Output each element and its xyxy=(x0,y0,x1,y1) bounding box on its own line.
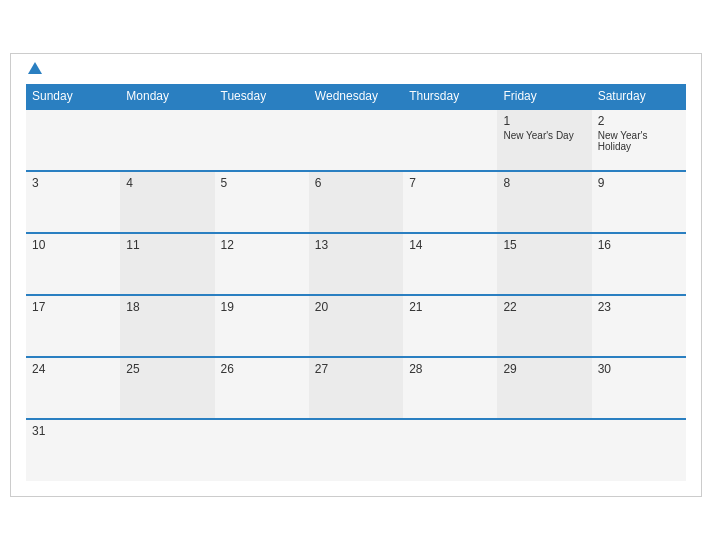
day-number: 10 xyxy=(32,238,114,252)
day-number: 16 xyxy=(598,238,680,252)
calendar-day-cell: 9 xyxy=(592,171,686,233)
calendar-week-row: 31 xyxy=(26,419,686,481)
day-number: 15 xyxy=(503,238,585,252)
calendar-day-cell: 26 xyxy=(215,357,309,419)
calendar-week-row: 3456789 xyxy=(26,171,686,233)
calendar-day-cell xyxy=(309,109,403,171)
day-number: 24 xyxy=(32,362,114,376)
calendar-day-cell: 2New Year's Holiday xyxy=(592,109,686,171)
calendar-day-cell: 1New Year's Day xyxy=(497,109,591,171)
calendar-day-cell xyxy=(215,109,309,171)
calendar-day-cell: 20 xyxy=(309,295,403,357)
day-number: 4 xyxy=(126,176,208,190)
weekday-header-thursday: Thursday xyxy=(403,84,497,109)
calendar-day-cell: 17 xyxy=(26,295,120,357)
calendar-day-cell xyxy=(120,109,214,171)
calendar-day-cell: 31 xyxy=(26,419,120,481)
day-number: 29 xyxy=(503,362,585,376)
day-number: 3 xyxy=(32,176,114,190)
day-number: 21 xyxy=(409,300,491,314)
weekday-header-friday: Friday xyxy=(497,84,591,109)
day-number: 18 xyxy=(126,300,208,314)
holiday-label: New Year's Holiday xyxy=(598,130,680,152)
holiday-label: New Year's Day xyxy=(503,130,585,141)
calendar-day-cell: 6 xyxy=(309,171,403,233)
calendar-header xyxy=(26,64,686,74)
calendar-week-row: 10111213141516 xyxy=(26,233,686,295)
calendar-week-row: 1New Year's Day2New Year's Holiday xyxy=(26,109,686,171)
weekday-header-sunday: Sunday xyxy=(26,84,120,109)
calendar-day-cell: 13 xyxy=(309,233,403,295)
day-number: 9 xyxy=(598,176,680,190)
calendar-day-cell: 30 xyxy=(592,357,686,419)
day-number: 7 xyxy=(409,176,491,190)
day-number: 11 xyxy=(126,238,208,252)
day-number: 1 xyxy=(503,114,585,128)
calendar-day-cell: 22 xyxy=(497,295,591,357)
calendar-day-cell: 23 xyxy=(592,295,686,357)
calendar-day-cell: 7 xyxy=(403,171,497,233)
logo-text xyxy=(26,64,42,74)
calendar-day-cell xyxy=(403,109,497,171)
calendar-day-cell: 3 xyxy=(26,171,120,233)
day-number: 20 xyxy=(315,300,397,314)
day-number: 19 xyxy=(221,300,303,314)
day-number: 27 xyxy=(315,362,397,376)
calendar-day-cell: 10 xyxy=(26,233,120,295)
day-number: 6 xyxy=(315,176,397,190)
calendar-day-cell: 25 xyxy=(120,357,214,419)
day-number: 28 xyxy=(409,362,491,376)
logo xyxy=(26,64,42,74)
calendar-day-cell: 29 xyxy=(497,357,591,419)
calendar-day-cell: 12 xyxy=(215,233,309,295)
day-number: 30 xyxy=(598,362,680,376)
weekday-header-wednesday: Wednesday xyxy=(309,84,403,109)
weekday-header-tuesday: Tuesday xyxy=(215,84,309,109)
calendar-day-cell: 4 xyxy=(120,171,214,233)
calendar-day-cell: 28 xyxy=(403,357,497,419)
calendar-day-cell xyxy=(26,109,120,171)
calendar-container: SundayMondayTuesdayWednesdayThursdayFrid… xyxy=(10,53,702,497)
calendar-day-cell: 14 xyxy=(403,233,497,295)
weekday-header-row: SundayMondayTuesdayWednesdayThursdayFrid… xyxy=(26,84,686,109)
calendar-day-cell xyxy=(497,419,591,481)
calendar-day-cell xyxy=(403,419,497,481)
calendar-day-cell: 24 xyxy=(26,357,120,419)
day-number: 25 xyxy=(126,362,208,376)
calendar-day-cell: 5 xyxy=(215,171,309,233)
calendar-day-cell xyxy=(120,419,214,481)
day-number: 5 xyxy=(221,176,303,190)
day-number: 12 xyxy=(221,238,303,252)
calendar-day-cell: 11 xyxy=(120,233,214,295)
calendar-day-cell xyxy=(215,419,309,481)
day-number: 23 xyxy=(598,300,680,314)
calendar-week-row: 24252627282930 xyxy=(26,357,686,419)
calendar-day-cell: 15 xyxy=(497,233,591,295)
day-number: 2 xyxy=(598,114,680,128)
calendar-day-cell: 16 xyxy=(592,233,686,295)
day-number: 17 xyxy=(32,300,114,314)
day-number: 22 xyxy=(503,300,585,314)
calendar-table: SundayMondayTuesdayWednesdayThursdayFrid… xyxy=(26,84,686,481)
calendar-day-cell: 8 xyxy=(497,171,591,233)
calendar-day-cell: 27 xyxy=(309,357,403,419)
calendar-week-row: 17181920212223 xyxy=(26,295,686,357)
weekday-header-monday: Monday xyxy=(120,84,214,109)
day-number: 14 xyxy=(409,238,491,252)
calendar-day-cell xyxy=(592,419,686,481)
weekday-header-saturday: Saturday xyxy=(592,84,686,109)
logo-triangle-icon xyxy=(28,62,42,74)
calendar-day-cell: 21 xyxy=(403,295,497,357)
calendar-day-cell: 19 xyxy=(215,295,309,357)
day-number: 8 xyxy=(503,176,585,190)
calendar-day-cell: 18 xyxy=(120,295,214,357)
day-number: 13 xyxy=(315,238,397,252)
calendar-day-cell xyxy=(309,419,403,481)
day-number: 31 xyxy=(32,424,114,438)
day-number: 26 xyxy=(221,362,303,376)
